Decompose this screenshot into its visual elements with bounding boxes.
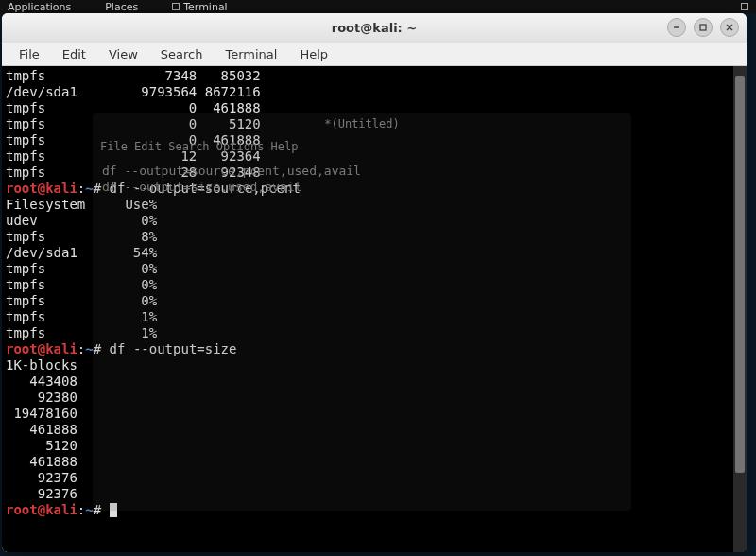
minimize-button[interactable] bbox=[667, 18, 686, 37]
terminal-content[interactable]: *(Untitled) File Edit Search Options Hel… bbox=[2, 66, 747, 552]
scrollbar-thumb[interactable] bbox=[735, 76, 745, 473]
panel-places[interactable]: Places bbox=[105, 1, 138, 13]
menubar: File Edit View Search Terminal Help bbox=[2, 43, 747, 66]
menu-help[interactable]: Help bbox=[290, 45, 337, 63]
tray-icon[interactable] bbox=[741, 3, 748, 10]
menu-file[interactable]: File bbox=[9, 45, 49, 63]
close-button[interactable] bbox=[720, 18, 739, 37]
menu-edit[interactable]: Edit bbox=[53, 45, 95, 63]
menu-terminal[interactable]: Terminal bbox=[215, 45, 286, 63]
desktop-top-panel: Applications Places Terminal bbox=[0, 0, 756, 13]
scrollbar-vertical[interactable] bbox=[733, 66, 747, 552]
panel-terminal[interactable]: Terminal bbox=[172, 1, 228, 13]
window-title: root@kali: ~ bbox=[332, 21, 417, 35]
maximize-button[interactable] bbox=[694, 18, 713, 37]
menu-view[interactable]: View bbox=[99, 45, 147, 63]
svg-rect-1 bbox=[700, 25, 706, 30]
terminal-window: root@kali: ~ File Edit View Search Termi… bbox=[2, 13, 747, 552]
menu-search[interactable]: Search bbox=[151, 45, 213, 63]
panel-applications[interactable]: Applications bbox=[8, 1, 71, 13]
window-titlebar[interactable]: root@kali: ~ bbox=[2, 13, 747, 43]
terminal-output: tmpfs 7348 85032/dev/sda1 9793564 867211… bbox=[6, 68, 743, 518]
